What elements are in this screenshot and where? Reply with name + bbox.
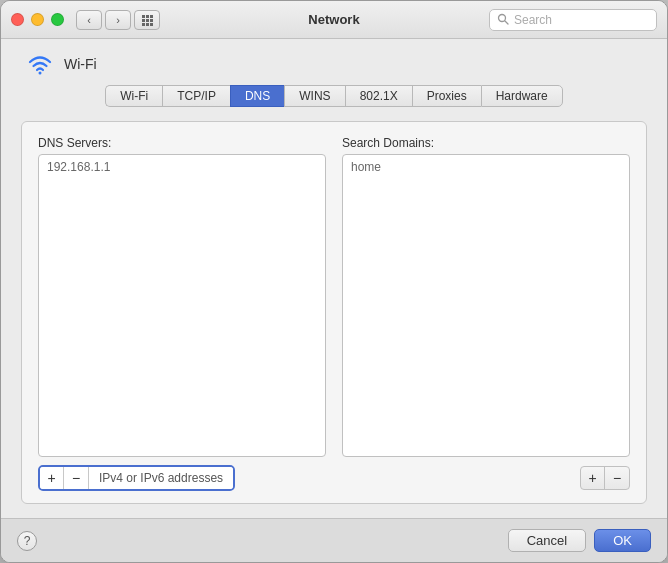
controls-row: + − IPv4 or IPv6 addresses + − — [38, 465, 630, 491]
traffic-lights — [11, 13, 64, 26]
minimize-button[interactable] — [31, 13, 44, 26]
dns-add-button[interactable]: + — [40, 467, 64, 489]
dns-servers-section: DNS Servers: 192.168.1.1 — [38, 136, 326, 457]
dns-controls: + − IPv4 or IPv6 addresses — [38, 465, 235, 491]
search-icon — [497, 13, 509, 27]
close-button[interactable] — [11, 13, 24, 26]
search-domains-section: Search Domains: home — [342, 136, 630, 457]
search-domains-label: Search Domains: — [342, 136, 630, 150]
tab-hardware[interactable]: Hardware — [481, 85, 563, 107]
tab-wins[interactable]: WINS — [284, 85, 344, 107]
bottom-actions: Cancel OK — [508, 529, 651, 552]
maximize-button[interactable] — [51, 13, 64, 26]
tabs: Wi-Fi TCP/IP DNS WINS 802.1X Proxies Har… — [21, 85, 647, 107]
ok-button[interactable]: OK — [594, 529, 651, 552]
search-domain-controls: + − — [580, 466, 630, 490]
tab-wifi[interactable]: Wi-Fi — [105, 85, 162, 107]
dns-panel: DNS Servers: 192.168.1.1 Search Domains:… — [21, 121, 647, 504]
tab-tcpip[interactable]: TCP/IP — [162, 85, 230, 107]
svg-rect-4 — [146, 19, 149, 22]
search-domain-add-button[interactable]: + — [581, 467, 605, 489]
titlebar: ‹ › Network Sea — [1, 1, 667, 39]
bottom-bar: ? Cancel OK — [1, 518, 667, 562]
search-field[interactable]: Search — [489, 9, 657, 31]
wifi-icon — [26, 53, 54, 75]
svg-rect-0 — [142, 15, 145, 18]
help-button[interactable]: ? — [17, 531, 37, 551]
window: ‹ › Network Sea — [0, 0, 668, 563]
svg-rect-7 — [146, 23, 149, 26]
tab-dns[interactable]: DNS — [230, 85, 284, 107]
svg-rect-2 — [150, 15, 153, 18]
svg-point-11 — [39, 72, 42, 75]
main-content: Wi-Fi Wi-Fi TCP/IP DNS WINS 802.1X Proxi… — [1, 39, 667, 518]
tab-80211x[interactable]: 802.1X — [345, 85, 412, 107]
cancel-button[interactable]: Cancel — [508, 529, 586, 552]
svg-line-10 — [505, 21, 508, 24]
dns-servers-label: DNS Servers: — [38, 136, 326, 150]
svg-rect-5 — [150, 19, 153, 22]
search-domain-item: home — [351, 160, 621, 174]
lists-row: DNS Servers: 192.168.1.1 Search Domains:… — [38, 136, 630, 457]
svg-rect-1 — [146, 15, 149, 18]
search-domains-list[interactable]: home — [342, 154, 630, 457]
back-button[interactable]: ‹ — [76, 10, 102, 30]
svg-rect-8 — [150, 23, 153, 26]
svg-rect-6 — [142, 23, 145, 26]
svg-rect-3 — [142, 19, 145, 22]
svg-point-9 — [499, 14, 506, 21]
tab-proxies[interactable]: Proxies — [412, 85, 481, 107]
forward-button[interactable]: › — [105, 10, 131, 30]
grid-button[interactable] — [134, 10, 160, 30]
dns-servers-list[interactable]: 192.168.1.1 — [38, 154, 326, 457]
nav-buttons: ‹ › — [76, 10, 131, 30]
search-domain-remove-button[interactable]: − — [605, 467, 629, 489]
wifi-header: Wi-Fi — [21, 53, 647, 75]
wifi-label: Wi-Fi — [64, 56, 97, 72]
search-placeholder: Search — [514, 13, 552, 27]
window-title: Network — [308, 12, 359, 27]
dns-remove-button[interactable]: − — [64, 467, 88, 489]
ipv4-hint: IPv4 or IPv6 addresses — [88, 467, 233, 489]
dns-server-item: 192.168.1.1 — [47, 160, 317, 174]
